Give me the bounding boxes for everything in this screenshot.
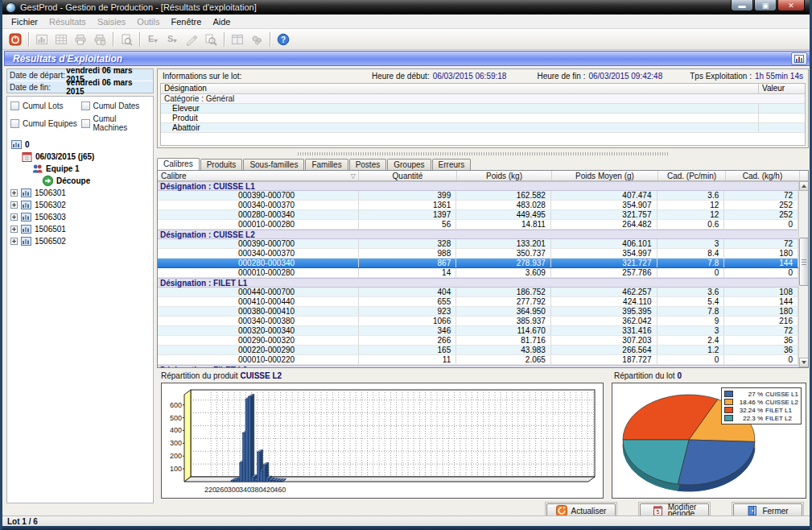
tab-groupes[interactable]: Groupes xyxy=(387,159,431,170)
vertical-scrollbar[interactable] xyxy=(798,181,808,367)
info-row-eleveur[interactable]: Eleveur xyxy=(161,104,805,114)
checkbox-box-cumul-dates[interactable] xyxy=(81,101,90,110)
category-row[interactable]: Catégorie : Général xyxy=(161,94,805,104)
cell-calibre: 000410-000440 xyxy=(158,297,359,306)
table-row[interactable]: 000340-0003801066385.937362.0429216 xyxy=(158,317,798,326)
maximize-button[interactable]: ▣ xyxy=(754,0,777,11)
table-row[interactable]: 000380-000410923364.950395.3957.8180 xyxy=(158,307,798,317)
info-row-designation: Abattoir xyxy=(161,123,758,132)
cell-value: 278.937 xyxy=(456,259,551,267)
help-button[interactable]: ? xyxy=(274,31,293,48)
table-row[interactable]: 000410-000440655277.792424.1105.4144 xyxy=(158,297,798,307)
expander-icon[interactable] xyxy=(10,213,18,221)
tree-item-1506502[interactable]: 1506502 xyxy=(9,235,151,247)
tab-calibres[interactable]: Calibres xyxy=(157,158,200,170)
cell-value: 404 xyxy=(359,288,457,296)
expander-icon[interactable] xyxy=(10,238,18,245)
main-content: Informations sur le lot: Heure de début:… xyxy=(157,68,811,526)
tree-item-d-coupe[interactable]: Découpe xyxy=(9,175,151,187)
checkbox-box-cumul-lots[interactable] xyxy=(10,101,19,110)
cell-value: 2.4 xyxy=(657,336,725,345)
tree-item-equipe-1[interactable]: Equipe 1 xyxy=(9,163,151,175)
expander-icon[interactable] xyxy=(10,189,18,197)
tree-item-1506303[interactable]: 1506303 xyxy=(9,211,151,223)
chart-bars-button xyxy=(32,31,52,48)
checkbox-cumul-equipes[interactable]: Cumul Equipes xyxy=(10,114,81,132)
columns-icon xyxy=(231,33,244,46)
designation-column-header[interactable]: Désignation xyxy=(161,84,758,93)
column-header-poids-moyen-g[interactable]: Poids Moyen (g) xyxy=(552,171,658,180)
tree-item-1506501[interactable]: 1506501 xyxy=(9,223,151,235)
cell-value: 216 xyxy=(724,317,798,325)
horizontal-splitter[interactable] xyxy=(157,151,809,156)
menu-fichier[interactable]: Fichier xyxy=(6,16,43,27)
tab-erreurs[interactable]: Erreurs xyxy=(432,159,472,170)
column-header-poids-kg[interactable]: Poids (kg) xyxy=(457,171,552,180)
cell-value: 346 xyxy=(359,326,457,335)
sort-filter-icon[interactable]: ▽ xyxy=(351,172,356,180)
tree-item-label: Equipe 1 xyxy=(46,164,80,173)
table-row[interactable]: 000280-0003401397449.495321.75712252 xyxy=(158,210,798,220)
menu-aide[interactable]: Aide xyxy=(207,16,236,27)
lot-icon xyxy=(20,235,32,247)
cell-value: 133.201 xyxy=(456,239,551,248)
date-end-value[interactable]: vendredi 06 mars 2015 xyxy=(66,78,150,96)
column-header-cad-kg-h[interactable]: Cad. (kg/h) xyxy=(726,171,800,180)
table-row[interactable]: 000390-000700399162.582407.4743.672 xyxy=(158,191,798,201)
checkbox-cumul-dates[interactable]: Cumul Dates xyxy=(81,101,152,110)
table-row[interactable]: 000010-000220112.065187.72700 xyxy=(158,355,798,365)
tree-item-label: 0 xyxy=(25,140,30,149)
cell-value: 867 xyxy=(359,259,457,267)
table-row[interactable]: 000340-000370988350.737354.9978.4180 xyxy=(158,249,798,259)
column-header-calibre[interactable]: Calibre▽ xyxy=(158,171,359,180)
menu-fen-tre[interactable]: Fenêtre xyxy=(165,16,207,27)
scroll-up-arrow[interactable] xyxy=(799,181,809,191)
cell-value: 483.028 xyxy=(456,201,551,209)
table-row[interactable]: 000010-000280143.609257.78600 xyxy=(158,268,798,278)
tree-item-1506301[interactable]: 1506301 xyxy=(9,187,151,199)
checkbox-box-cumul-machines[interactable] xyxy=(81,119,90,128)
close-button[interactable]: ✕ xyxy=(777,0,805,11)
tree-item-1506302[interactable]: 1506302 xyxy=(9,199,151,211)
tree-item-0[interactable]: 0 xyxy=(9,139,151,151)
table-row[interactable]: 000280-000340867278.937321.7277.8144 xyxy=(158,259,798,268)
team-icon xyxy=(31,163,43,175)
tab-sous-familles[interactable]: Sous-familles xyxy=(243,159,304,170)
table-row[interactable]: 000440-000700404186.752462.2573.6108 xyxy=(158,288,798,297)
chart-view-button[interactable] xyxy=(791,52,807,65)
lot-icon xyxy=(20,211,32,223)
cell-value: 350.737 xyxy=(456,249,551,258)
cell-value: 328 xyxy=(359,239,457,248)
column-header-cad-pc-min[interactable]: Cad. (Pc/min) xyxy=(658,171,726,180)
tab-familles[interactable]: Familles xyxy=(305,159,348,170)
table-row[interactable]: 000390-000700328133.201406.101372 xyxy=(158,239,798,249)
expander-icon[interactable] xyxy=(10,226,18,233)
table-row[interactable]: 000340-0003701361483.028354.90712252 xyxy=(158,201,798,210)
checkbox-box-cumul-equipes[interactable] xyxy=(10,119,19,128)
minimize-button[interactable]: ▬ xyxy=(731,0,753,11)
cell-value: 180 xyxy=(724,249,798,258)
info-row-abattoir[interactable]: Abattoir xyxy=(161,123,805,133)
column-header-quantit[interactable]: Quantité xyxy=(359,171,457,180)
checkbox-cumul-machines[interactable]: Cumul Machines xyxy=(81,114,152,132)
tab-produits[interactable]: Produits xyxy=(200,159,243,170)
table-row[interactable]: 000290-00032026681.716307.2032.436 xyxy=(158,336,798,346)
bar-chart: 100200300400500600220260300340380420460 xyxy=(162,383,601,498)
tree-item-06-03-2015-j65[interactable]: 06/03/2015 (j65) xyxy=(9,151,151,163)
table-row[interactable]: 000010-0002805614.811264.4820.60 xyxy=(158,220,798,230)
tab-postes[interactable]: Postes xyxy=(349,159,387,170)
table-row[interactable]: 000220-00029016543.983266.5641.236 xyxy=(158,346,798,355)
lot-info-rows: EleveurProduitAbattoir xyxy=(161,104,805,133)
cell-value: 277.792 xyxy=(456,297,551,306)
scroll-down-arrow[interactable] xyxy=(799,358,809,367)
export-outputs-button: S xyxy=(163,31,182,48)
power-button[interactable] xyxy=(6,31,25,48)
valeur-column-header[interactable]: Valeur xyxy=(758,84,805,93)
info-row-produit[interactable]: Produit xyxy=(161,114,805,123)
checkbox-cumul-lots[interactable]: Cumul Lots xyxy=(10,101,81,110)
scroll-thumb[interactable] xyxy=(799,238,809,286)
edit-button xyxy=(182,31,201,48)
bar-chart-title: Répartition du produit CUISSE L2 xyxy=(157,371,606,382)
table-row[interactable]: 000320-000340346114.670331.416372 xyxy=(158,326,798,336)
expander-icon[interactable] xyxy=(10,201,18,209)
